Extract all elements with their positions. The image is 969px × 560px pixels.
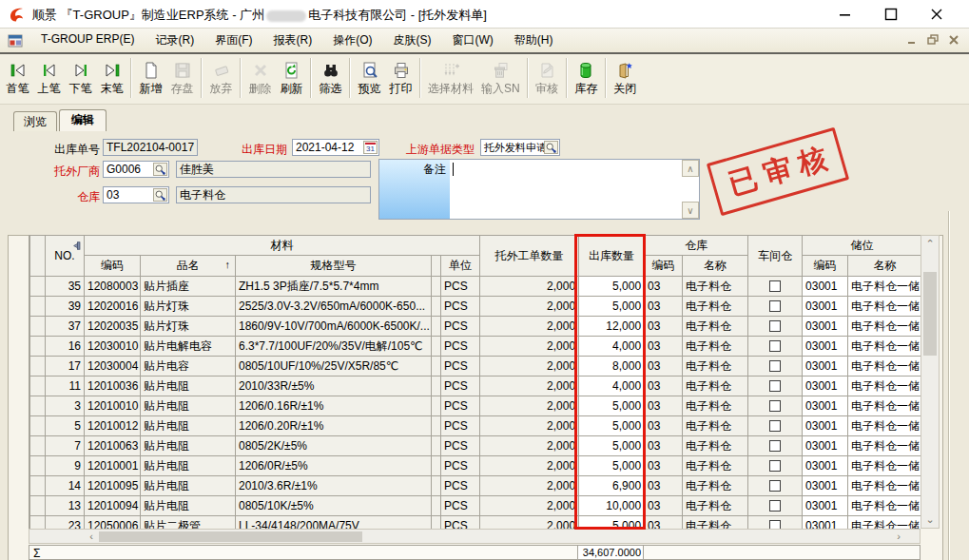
shop-warehouse-checkbox[interactable] xyxy=(769,280,781,292)
cell-shop-wh[interactable] xyxy=(748,277,803,297)
cell-shop-wh[interactable] xyxy=(748,317,803,337)
cell-shop-wh[interactable] xyxy=(748,357,803,377)
menu-item[interactable]: 操作(O) xyxy=(322,29,382,51)
grid-horizontal-scrollbar[interactable]: ‹ › xyxy=(29,529,921,544)
header-unit[interactable]: 单位 xyxy=(441,256,480,277)
vendor-lookup-button[interactable] xyxy=(153,163,167,176)
shop-warehouse-checkbox[interactable] xyxy=(769,340,781,352)
mdi-close-icon[interactable] xyxy=(948,34,959,46)
table-row[interactable]: 1612030010贴片电解电容6.3*7.7/100UF/20%/35V/电解… xyxy=(30,337,921,357)
header-spec[interactable]: 规格型号 xyxy=(236,256,432,277)
vertical-scroll-thumb[interactable] xyxy=(923,272,937,356)
remark-scroll-down-button[interactable]: ∨ xyxy=(682,202,699,219)
menu-item[interactable]: 界面(F) xyxy=(204,29,262,51)
shop-warehouse-checkbox[interactable] xyxy=(769,400,781,412)
doc-no-field[interactable]: TFL202104-0017 xyxy=(103,139,198,156)
table-row[interactable]: 512010012贴片电阻1206/0.20R/±1%PCS2,0005,000… xyxy=(30,416,921,436)
scroll-left-icon[interactable]: ‹ xyxy=(84,531,99,542)
cell-wh-name: 电子料仓 xyxy=(683,456,748,476)
row-indicator xyxy=(30,337,46,357)
header-shop-warehouse[interactable]: 车间仓 xyxy=(748,236,803,277)
cell-shop-wh[interactable] xyxy=(748,496,803,516)
cell-shop-wh[interactable] xyxy=(748,436,803,456)
shop-warehouse-checkbox[interactable] xyxy=(769,300,781,312)
cell-shop-wh[interactable] xyxy=(748,337,803,357)
table-row[interactable]: 912010001贴片电阻1206/0R/±5%PCS2,0005,00003电… xyxy=(30,456,921,476)
cell-shop-wh[interactable] xyxy=(748,396,803,416)
header-bin-code[interactable]: 编码 xyxy=(803,256,848,277)
toolbar-button-nav-first[interactable]: 首笔 xyxy=(2,57,33,98)
out-date-field[interactable]: 2021-04-12 31 xyxy=(292,139,379,156)
toolbar-button-nav-prev[interactable]: 上笔 xyxy=(33,57,65,98)
vendor-code-field[interactable]: G0006 xyxy=(103,161,169,178)
upstream-type-field[interactable]: 托外发料申请 xyxy=(480,139,560,156)
toolbar-button-filter[interactable]: 筛选 xyxy=(315,57,346,98)
shop-warehouse-checkbox[interactable] xyxy=(769,360,781,372)
shop-warehouse-checkbox[interactable] xyxy=(769,420,781,432)
table-row[interactable]: 2312050006贴片二极管LL-34/4148/200MA/75VPCS2,… xyxy=(30,516,921,530)
scroll-up-icon[interactable]: ⌃ xyxy=(922,238,938,250)
remark-textarea[interactable]: ∧ ∨ xyxy=(450,160,699,219)
mdi-restore-icon[interactable] xyxy=(927,34,939,46)
menu-item[interactable]: 记录(R) xyxy=(145,29,204,51)
upstream-lookup-button[interactable] xyxy=(544,141,558,154)
cell-shop-wh[interactable] xyxy=(748,416,803,436)
toolbar-button-new-doc[interactable]: 新增 xyxy=(135,57,166,98)
calendar-button[interactable]: 31 xyxy=(363,141,378,154)
cell-shop-wh[interactable] xyxy=(748,476,803,496)
cell-shop-wh[interactable] xyxy=(748,297,803,317)
table-row[interactable]: 3712020035贴片灯珠1860/9V-10V/700mA/6000K-65… xyxy=(30,317,921,337)
grid-vertical-scrollbar[interactable]: ⌃ ⌄ xyxy=(921,235,940,529)
table-row[interactable]: 1112010036贴片电阻2010/33R/±5%PCS2,0004,0000… xyxy=(30,377,921,396)
scroll-down-icon[interactable]: ⌄ xyxy=(922,513,938,526)
tab-edit[interactable]: 编辑 xyxy=(59,109,107,131)
header-wo-qty[interactable]: 托外工单数量 xyxy=(480,236,579,277)
table-row[interactable]: 712010063贴片电阻0805/2K/±5%PCS2,0005,00003电… xyxy=(30,436,921,456)
table-row[interactable]: 1712030004贴片电容0805/10UF/10%/25V/X5R/85℃P… xyxy=(30,357,921,377)
header-no[interactable]: NO. xyxy=(46,236,85,277)
horizontal-scroll-thumb[interactable] xyxy=(99,531,362,542)
toolbar-button-inventory[interactable]: 库存 xyxy=(571,57,602,98)
menu-item[interactable]: 帮助(H) xyxy=(504,29,564,51)
cell-shop-wh[interactable] xyxy=(748,456,803,476)
shop-warehouse-checkbox[interactable] xyxy=(769,500,781,512)
header-wh-name[interactable]: 名称 xyxy=(683,256,748,277)
remark-scroll-up-button[interactable]: ∧ xyxy=(682,160,699,177)
maximize-button[interactable] xyxy=(875,4,907,25)
header-out-qty[interactable]: 出库数量 xyxy=(579,236,645,277)
table-row[interactable]: 1412010095贴片电阻2010/3.6R/±1%PCS2,0006,900… xyxy=(30,476,921,496)
table-row[interactable]: 3912020016贴片灯珠2525/3.0V-3.2V/650mA/6000K… xyxy=(30,297,921,317)
header-name[interactable]: 品名↑ xyxy=(141,256,236,277)
table-row[interactable]: 3512080003贴片插座ZH1.5 3P插座/7.5*5.7*4mmPCS2… xyxy=(30,277,921,297)
shop-warehouse-checkbox[interactable] xyxy=(769,320,781,332)
menu-item[interactable]: T-GROUP ERP(E) xyxy=(30,29,145,51)
header-code[interactable]: 编码 xyxy=(85,256,141,277)
shop-warehouse-checkbox[interactable] xyxy=(769,460,781,472)
mdi-minimize-icon[interactable] xyxy=(906,34,918,46)
toolbar-button-close-form[interactable]: 关闭 xyxy=(610,57,641,98)
table-row[interactable]: 1312010094贴片电阻0805/10K/±5%PCS2,00010,000… xyxy=(30,496,921,516)
shop-warehouse-checkbox[interactable] xyxy=(769,520,781,529)
cell-shop-wh[interactable] xyxy=(748,377,803,396)
cell-shop-wh[interactable] xyxy=(748,516,803,530)
shop-warehouse-checkbox[interactable] xyxy=(769,380,781,392)
table-row[interactable]: 312010010贴片电阻1206/0.16R/±1%PCS2,0005,000… xyxy=(30,396,921,416)
tab-browse[interactable]: 浏览 xyxy=(13,111,57,131)
scroll-right-icon[interactable]: › xyxy=(891,531,906,542)
shop-warehouse-checkbox[interactable] xyxy=(769,440,781,452)
menu-item[interactable]: 报表(R) xyxy=(262,29,322,51)
header-bin-name[interactable]: 名称 xyxy=(848,256,921,277)
warehouse-lookup-button[interactable] xyxy=(153,188,167,202)
warehouse-code-field[interactable]: 03 xyxy=(103,186,169,203)
shop-warehouse-checkbox[interactable] xyxy=(769,480,781,492)
menu-item[interactable]: 窗口(W) xyxy=(441,29,503,51)
toolbar-button-preview[interactable]: 预览 xyxy=(354,57,385,98)
toolbar-button-nav-last[interactable]: 末笔 xyxy=(96,57,127,98)
toolbar-button-print[interactable]: 打印 xyxy=(385,57,417,98)
menu-item[interactable]: 皮肤(S) xyxy=(382,29,441,51)
header-wh-code[interactable]: 编码 xyxy=(645,256,683,277)
close-button[interactable] xyxy=(921,4,953,25)
toolbar-button-nav-next[interactable]: 下笔 xyxy=(65,57,96,98)
toolbar-button-refresh[interactable]: 刷新 xyxy=(276,57,307,98)
minimize-button[interactable] xyxy=(829,4,862,25)
